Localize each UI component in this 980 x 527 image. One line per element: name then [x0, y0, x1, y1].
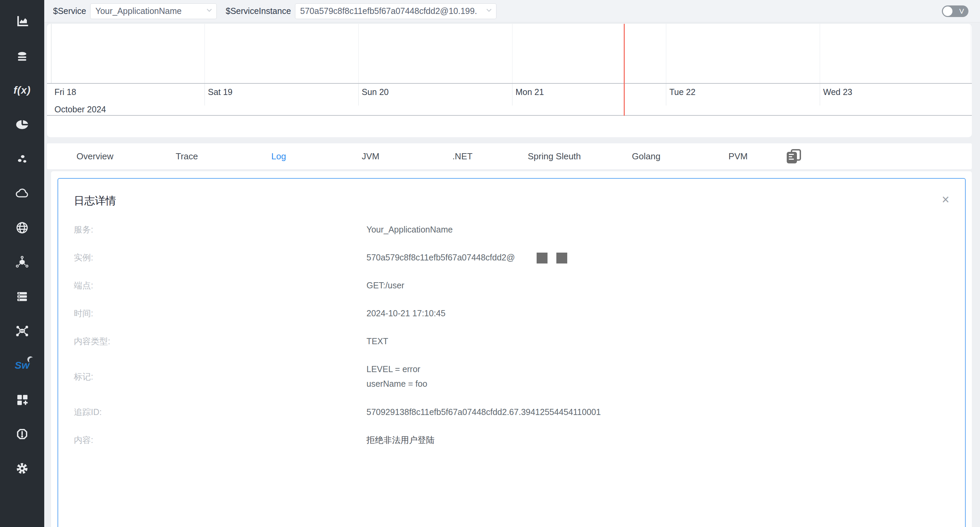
tab-bar: Overview Trace Log JVM .NET Spring Sleut… — [47, 143, 972, 169]
dots-icon — [15, 152, 29, 166]
grid-line — [820, 24, 820, 83]
alarm-hexagon-icon — [15, 427, 29, 441]
bar-chart-icon — [15, 14, 29, 29]
cell-line — [512, 84, 512, 105]
field-row-content: 内容: 拒绝非法用户登陆 — [74, 426, 950, 454]
tab-dotnet[interactable]: .NET — [417, 151, 508, 162]
sidebar-item-browser[interactable] — [0, 220, 44, 236]
field-row-time: 时间: 2024-10-21 17:10:45 — [74, 299, 950, 327]
skywalking-logo: Sw — [14, 360, 29, 371]
service-select[interactable]: Your_ApplicationName — [90, 3, 217, 19]
field-label: 实例: — [74, 252, 366, 263]
field-value: 570a579c8f8c11efb5f67a07448cfdd2@ — [366, 250, 567, 265]
service-instance-label: $ServiceInstance — [226, 6, 291, 16]
day-label: Fri 18 — [54, 87, 76, 97]
tab-jvm[interactable]: JVM — [325, 151, 417, 162]
close-icon[interactable]: × — [942, 193, 950, 206]
sidebar-item-skywalking[interactable]: Sw — [0, 357, 44, 373]
axis-line — [47, 83, 972, 84]
chevron-down-icon — [205, 6, 214, 17]
timeline-panel[interactable]: Fri 18 Sat 19 Sun 20 Mon 21 Tue 22 Wed 2… — [47, 24, 972, 137]
sidebar-item-dashboard-new[interactable] — [0, 392, 44, 408]
toggle-knob — [943, 6, 953, 16]
field-label: 内容: — [74, 435, 366, 446]
globe-icon — [15, 221, 29, 235]
field-value: GET:/user — [366, 278, 404, 293]
day-label: Sun 20 — [362, 87, 388, 97]
modal-title: 日志详情 — [74, 194, 116, 208]
sidebar-item-infrastructure[interactable] — [0, 254, 44, 270]
tab-overview[interactable]: Overview — [49, 151, 141, 162]
tab-trace[interactable]: Trace — [141, 151, 233, 162]
grid-line — [666, 24, 666, 83]
month-label: October 2024 — [54, 105, 106, 115]
field-row-endpoint: 端点: GET:/user — [74, 271, 950, 299]
topbar: $Service Your_ApplicationName $ServiceIn… — [44, 0, 980, 22]
sidebar-item-settings[interactable] — [0, 461, 44, 476]
field-value: Your_ApplicationName — [366, 222, 453, 237]
grid-line — [51, 24, 51, 83]
field-label: 端点: — [74, 280, 366, 291]
field-value: LEVEL = error userName = foo — [366, 362, 427, 391]
server-list-icon — [15, 289, 29, 304]
tag-line: userName = foo — [366, 377, 427, 391]
topology-icon — [14, 323, 30, 338]
current-time-marker — [624, 24, 625, 116]
sidebar-item-topology[interactable] — [0, 323, 44, 339]
field-value: TEXT — [366, 334, 388, 349]
sidebar-item-alarm[interactable] — [0, 426, 44, 442]
grid-line — [971, 24, 971, 83]
axis-line — [47, 115, 972, 116]
log-detail-modal: 日志详情 × 服务: Your_ApplicationName 实例: 570a… — [57, 178, 966, 527]
field-label: 标记: — [74, 371, 366, 382]
sidebar-item-profile[interactable] — [0, 117, 44, 132]
field-label: 内容类型: — [74, 336, 366, 347]
cube-network-icon — [15, 255, 29, 269]
day-label: Wed 23 — [823, 87, 853, 97]
sidebar-item-dashboard[interactable] — [0, 14, 44, 29]
field-row-service: 服务: Your_ApplicationName — [74, 215, 950, 244]
service-instance-select-value: 570a579c8f8c11efb5f67a07448cfdd2@10.199.… — [300, 6, 477, 16]
settings-gear-icon — [15, 461, 29, 476]
version-toggle[interactable]: V — [942, 5, 969, 17]
field-value: 570929138f8c11efb5f67a07448cfdd2.67.3941… — [366, 405, 601, 419]
sidebar-item-sampling[interactable] — [0, 151, 44, 167]
log-detail-fields: 服务: Your_ApplicationName 实例: 570a579c8f8… — [74, 215, 950, 454]
day-label: Tue 22 — [669, 87, 695, 97]
tab-golang[interactable]: Golang — [600, 151, 692, 162]
field-value: 2024-10-21 17:10:45 — [366, 306, 445, 321]
pie-chart-icon — [15, 118, 29, 132]
service-instance-select[interactable]: 570a579c8f8c11efb5f67a07448cfdd2@10.199.… — [295, 3, 496, 19]
day-label: Mon 21 — [515, 87, 544, 97]
tab-pvm[interactable]: PVM — [692, 151, 784, 162]
field-row-instance: 实例: 570a579c8f8c11efb5f67a07448cfdd2@ — [74, 244, 950, 271]
cell-line — [666, 84, 666, 105]
log-document-icon[interactable] — [786, 148, 802, 164]
field-label: 追踪ID: — [74, 406, 366, 418]
field-label: 时间: — [74, 308, 366, 319]
sidebar-item-cloud[interactable] — [0, 186, 44, 201]
function-icon: f(x) — [14, 84, 31, 96]
tab-spring-sleuth[interactable]: Spring Sleuth — [508, 151, 600, 162]
toggle-label: V — [959, 7, 964, 15]
tab-log[interactable]: Log — [233, 151, 325, 162]
chevron-down-icon — [485, 6, 493, 17]
field-row-tags: 标记: LEVEL = error userName = foo — [74, 355, 950, 398]
field-label: 服务: — [74, 224, 366, 235]
missing-glyph-block — [556, 253, 567, 263]
cell-line — [358, 84, 359, 105]
service-select-value: Your_ApplicationName — [95, 6, 181, 16]
grid-line — [512, 24, 512, 83]
layers-icon — [15, 49, 29, 63]
day-label: Sat 19 — [208, 87, 232, 97]
missing-glyph-block — [537, 253, 547, 263]
sidebar-item-layers[interactable] — [0, 48, 44, 64]
sidebar-item-server-logs[interactable] — [0, 289, 44, 304]
field-row-trace-id: 追踪ID: 570929138f8c11efb5f67a07448cfdd2.6… — [74, 398, 950, 426]
sidebar: f(x) Sw — [0, 0, 44, 527]
cloud-icon — [14, 186, 30, 201]
field-row-content-type: 内容类型: TEXT — [74, 327, 950, 355]
service-label: $Service — [53, 6, 86, 16]
dashboard-add-icon — [15, 393, 29, 407]
sidebar-item-functions[interactable]: f(x) — [0, 83, 44, 98]
